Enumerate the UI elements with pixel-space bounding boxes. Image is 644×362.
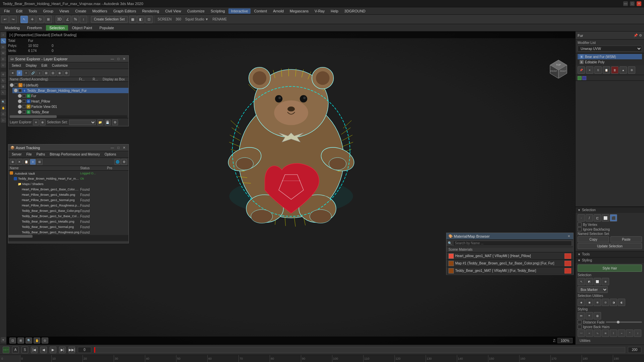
styling-section-header[interactable]: ▼ Styling: [576, 257, 644, 263]
utilities-icon[interactable]: U: [1, 62, 6, 68]
paste-sel-btn[interactable]: Paste: [610, 236, 642, 242]
at-item-maps[interactable]: 📁 Maps / Shaders: [8, 181, 128, 187]
menu-item-rendering[interactable]: Rendering: [140, 8, 162, 14]
sel-util-3[interactable]: ⊗: [594, 299, 601, 306]
undo-btn[interactable]: ↩: [1, 16, 9, 23]
se-menu-select[interactable]: Select: [10, 63, 23, 68]
ignore-backfacing-checkbox[interactable]: [578, 227, 582, 231]
mod-pin-icon[interactable]: 📌: [578, 66, 585, 74]
poly-btn[interactable]: ⬜: [602, 214, 609, 222]
at-menu-server[interactable]: Server: [10, 152, 23, 157]
auto-key-btn[interactable]: A: [12, 347, 19, 353]
scale-btn[interactable]: ⊞: [45, 16, 52, 23]
orbit-icon[interactable]: ⊙: [1, 111, 6, 117]
se-close-btn[interactable]: ✕: [122, 57, 126, 61]
menu-item-graph-editors[interactable]: Graph Editors: [111, 8, 139, 14]
tools-section-header[interactable]: ▼ Tools: [576, 251, 644, 257]
edge-btn[interactable]: /: [586, 214, 593, 222]
mat-item-1[interactable]: Map #1 (Teddy_Bear_Brown_geo1_fur_Base_C…: [446, 260, 573, 267]
at-btn-4[interactable]: ≡: [30, 159, 36, 165]
mod-paste-icon[interactable]: 📋: [603, 66, 610, 74]
distance-fade-slider[interactable]: [606, 321, 642, 323]
vp-zoom-input[interactable]: [557, 338, 573, 343]
vp-zoom-extents[interactable]: ⊡: [9, 338, 16, 344]
modifier-dropdown[interactable]: Unwrap UVW: [578, 46, 642, 52]
styling-icon-2[interactable]: ≈: [586, 329, 593, 337]
mat-item-2[interactable]: Teddy_Bear_geo1_MAT { VRayMtl } [Fur, Te…: [446, 267, 573, 275]
se-footer-btn2[interactable]: ⊕: [40, 119, 46, 125]
at-btn-1[interactable]: ⊕: [10, 159, 16, 165]
menu-item-content[interactable]: Content: [251, 8, 270, 14]
redo-btn[interactable]: ↪: [9, 16, 17, 23]
at-btn-2[interactable]: ✕: [16, 159, 22, 165]
se-minimize-btn[interactable]: —: [110, 57, 115, 61]
next-frame-btn[interactable]: ▶|: [59, 347, 66, 353]
border-btn[interactable]: ⊏: [594, 214, 601, 222]
end-frame-input[interactable]: [628, 347, 641, 353]
tab-modeling[interactable]: Modeling: [1, 25, 23, 31]
se-collapse-btn[interactable]: ⊟: [50, 70, 56, 76]
ignore-back-hairs-checkbox[interactable]: [578, 325, 582, 329]
current-frame-input[interactable]: [78, 347, 91, 353]
element-btn[interactable]: ⬛: [610, 214, 617, 222]
mod-config-icon[interactable]: ⚙: [628, 66, 635, 74]
play-back-btn[interactable]: ◀: [40, 347, 47, 353]
at-btn-7[interactable]: ⚙: [121, 159, 127, 165]
se-expand-btn[interactable]: ⊞: [43, 70, 49, 76]
se-x-btn[interactable]: ✕: [10, 70, 16, 76]
se-footer-btn1[interactable]: ≡: [33, 119, 39, 125]
se-filter-btn[interactable]: F: [16, 70, 22, 76]
at-menu-bitmap[interactable]: Bitmap Performance and Memory: [48, 152, 102, 157]
modify-icon[interactable]: 🔧: [1, 38, 6, 44]
rotate-icon2[interactable]: ↻: [1, 78, 6, 83]
at-item-img-0[interactable]: Heart_Pillow_Brown_geo1_Base_Color.png F…: [8, 187, 128, 192]
menu-item-file[interactable]: File: [1, 8, 13, 14]
se-item-5[interactable]: O Teddy_Bear: [16, 109, 128, 115]
menu-item-3dground[interactable]: 3DGROUND: [342, 8, 368, 14]
select-btn[interactable]: ↖: [20, 16, 28, 23]
se-menu-display[interactable]: Display: [24, 63, 39, 68]
at-item-img-8[interactable]: Teddy_Bear_Brown_geo1_Roughness.png Foun…: [8, 230, 128, 235]
update-selection-btn[interactable]: Update Selection: [578, 243, 642, 249]
se-menu-edit[interactable]: Edit: [40, 63, 49, 68]
se-item-3[interactable]: O Heart_Pillow: [16, 99, 128, 104]
styling-icon-8[interactable]: ≀: [634, 329, 641, 337]
at-btn-5[interactable]: ⊞: [37, 159, 43, 165]
select-icon2[interactable]: ↖: [1, 90, 6, 95]
rotate-btn[interactable]: ↻: [37, 16, 44, 23]
modifier-editable-poly[interactable]: E Editable Poly: [578, 59, 642, 65]
minimize-btn[interactable]: —: [623, 1, 628, 6]
tab-object-paint[interactable]: Object Paint: [69, 25, 96, 31]
se-item-0[interactable]: L 0 (default): [8, 82, 128, 88]
se-item-1[interactable]: S Teddy_Bear_Brown_Holding_Heart_Fur: [12, 88, 128, 93]
selection-section-header[interactable]: ▼ Selection: [576, 207, 644, 213]
vp-pan[interactable]: ✋: [34, 338, 40, 344]
by-vertex-checkbox[interactable]: [578, 223, 582, 227]
mod-up-icon[interactable]: ▲: [620, 66, 627, 74]
at-minimize-btn[interactable]: —: [110, 146, 115, 149]
menu-item-customize[interactable]: Customize: [184, 8, 207, 14]
angle-snap-btn[interactable]: ∠: [64, 16, 71, 23]
styling-btn-1[interactable]: ✏: [578, 312, 585, 319]
se-layer-btn[interactable]: ⊕: [57, 70, 63, 76]
at-menu-file[interactable]: File: [24, 152, 34, 157]
se-sort-btn[interactable]: ↕: [37, 70, 43, 76]
menu-item-views[interactable]: Views: [57, 8, 72, 14]
se-footer-btn5[interactable]: ⚙: [112, 119, 118, 125]
at-maximize-btn[interactable]: □: [116, 146, 120, 149]
menu-item-scripting[interactable]: Scripting: [208, 8, 228, 14]
tab-selection[interactable]: Selection: [46, 25, 68, 31]
at-item-img-5[interactable]: Teddy_Bear_Brown_geo1_fur_Base_Color.png…: [8, 214, 128, 219]
styling-btn-2[interactable]: ⌖: [586, 312, 593, 319]
mat-browser-titlebar[interactable]: 🎨 Material/Map Browser ✕: [446, 233, 573, 240]
scale-icon2[interactable]: ⊞: [1, 84, 6, 89]
minimap-toggle[interactable]: ▼: [1, 337, 6, 343]
mat-close-btn[interactable]: ✕: [567, 234, 571, 238]
display-icon[interactable]: D: [1, 56, 6, 62]
at-scrollbar[interactable]: [8, 235, 128, 238]
menu-item-group[interactable]: Group: [40, 8, 56, 14]
edged-btn[interactable]: ⊡: [145, 16, 153, 23]
hierarchy-icon[interactable]: H: [1, 44, 6, 50]
vertex-btn[interactable]: ·: [578, 214, 585, 222]
set-key-btn[interactable]: S: [21, 347, 28, 353]
